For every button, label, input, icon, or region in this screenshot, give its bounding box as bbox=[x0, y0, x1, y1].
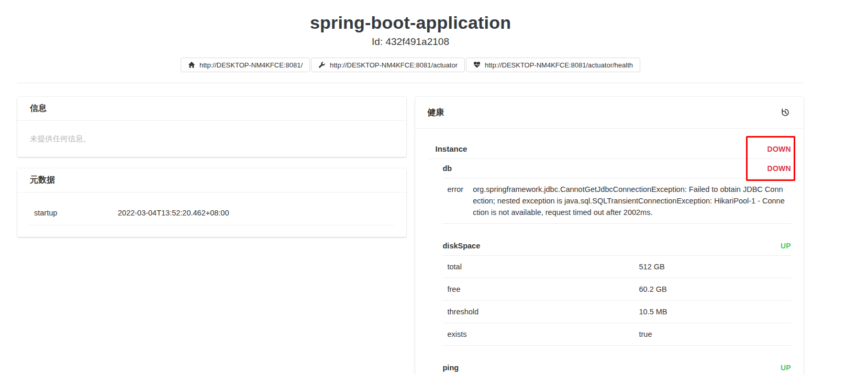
table-row: free 60.2 GB bbox=[443, 278, 792, 301]
service-url-button[interactable]: http://DESKTOP-NM4KFCE:8081/ bbox=[181, 58, 310, 72]
actuator-url-button[interactable]: http://DESKTOP-NM4KFCE:8081/actuator bbox=[311, 58, 465, 72]
ping-label: ping bbox=[443, 363, 459, 372]
health-instance-row: Instance DOWN bbox=[428, 139, 792, 159]
diskspace-threshold-value: 10.5 MB bbox=[635, 301, 791, 323]
db-status-badge: DOWN bbox=[767, 164, 791, 173]
health-card: 健康 Instance DOWN bbox=[415, 97, 804, 375]
left-column: 信息 未提供任何信息。 元数据 startup 2022-03-04 bbox=[17, 97, 406, 237]
diskspace-exists-key: exists bbox=[443, 323, 635, 346]
table-row: exists true bbox=[443, 323, 792, 346]
health-url-button[interactable]: http://DESKTOP-NM4KFCE:8081/actuator/hea… bbox=[466, 58, 640, 72]
instance-id: Id: 432f491a2108 bbox=[17, 36, 804, 48]
metadata-card-title: 元数据 bbox=[30, 175, 55, 186]
ping-status-badge: UP bbox=[781, 363, 791, 372]
health-group-db: db DOWN error org.springframework.jdbc.C… bbox=[443, 159, 792, 224]
health-group-ping: ping UP bbox=[443, 358, 792, 375]
db-error-value: org.springframework.jdbc.CannotGetJdbcCo… bbox=[468, 178, 791, 224]
instance-link-group: http://DESKTOP-NM4KFCE:8081/ http://DESK… bbox=[17, 58, 804, 72]
metadata-table: startup 2022-03-04T13:52:20.462+08:00 bbox=[30, 201, 394, 225]
info-card-header: 信息 bbox=[17, 97, 406, 121]
heartbeat-icon bbox=[473, 61, 481, 69]
health-card-header: 健康 bbox=[415, 97, 804, 129]
db-header-row: db DOWN bbox=[443, 159, 792, 178]
right-column: 健康 Instance DOWN bbox=[415, 97, 804, 375]
home-icon bbox=[188, 61, 195, 69]
diskspace-status-badge: UP bbox=[781, 242, 791, 250]
diskspace-free-key: free bbox=[443, 278, 635, 301]
table-row: total 512 GB bbox=[443, 256, 792, 278]
metadata-value: 2022-03-04T13:52:20.462+08:00 bbox=[114, 201, 394, 225]
ping-header-row: ping UP bbox=[443, 358, 792, 375]
diskspace-detail-table: total 512 GB free 60.2 GB threshold bbox=[443, 256, 792, 346]
db-label: db bbox=[443, 164, 452, 173]
info-card-title: 信息 bbox=[30, 103, 47, 114]
history-icon[interactable] bbox=[780, 107, 791, 118]
info-card: 信息 未提供任何信息。 bbox=[17, 97, 406, 157]
metadata-card: 元数据 startup 2022-03-04T13:52:20.462+08:0… bbox=[17, 168, 406, 237]
instance-status-badge: DOWN bbox=[767, 145, 791, 153]
db-error-key: error bbox=[443, 178, 469, 224]
wrench-icon bbox=[318, 61, 326, 69]
metadata-card-body: startup 2022-03-04T13:52:20.462+08:00 bbox=[17, 192, 406, 237]
metadata-card-header: 元数据 bbox=[17, 168, 406, 192]
diskspace-exists-value: true bbox=[635, 323, 791, 346]
diskspace-label: diskSpace bbox=[443, 242, 481, 250]
diskspace-free-value: 60.2 GB bbox=[635, 278, 791, 301]
health-card-title: 健康 bbox=[428, 107, 444, 118]
header-divider bbox=[17, 83, 804, 83]
diskspace-threshold-key: threshold bbox=[443, 301, 635, 323]
diskspace-total-key: total bbox=[443, 256, 635, 278]
health-url-label: http://DESKTOP-NM4KFCE:8081/actuator/hea… bbox=[485, 61, 633, 69]
diskspace-header-row: diskSpace UP bbox=[443, 236, 792, 256]
table-row: threshold 10.5 MB bbox=[443, 301, 792, 323]
table-row: startup 2022-03-04T13:52:20.462+08:00 bbox=[30, 201, 394, 225]
application-detail-page: spring-boot-application Id: 432f491a2108… bbox=[0, 0, 868, 375]
metadata-key: startup bbox=[30, 201, 114, 225]
diskspace-total-value: 512 GB bbox=[635, 256, 791, 278]
health-card-body: Instance DOWN db DOWN bbox=[415, 129, 804, 375]
info-empty-message: 未提供任何信息。 bbox=[17, 121, 406, 157]
health-group-diskspace: diskSpace UP total 512 GB bbox=[443, 236, 792, 346]
page-header: spring-boot-application Id: 432f491a2108… bbox=[17, 0, 804, 72]
instance-label: Instance bbox=[436, 144, 468, 153]
service-url-label: http://DESKTOP-NM4KFCE:8081/ bbox=[199, 61, 303, 69]
db-detail-table: error org.springframework.jdbc.CannotGet… bbox=[443, 178, 792, 224]
page-title: spring-boot-application bbox=[17, 13, 804, 33]
actuator-url-label: http://DESKTOP-NM4KFCE:8081/actuator bbox=[330, 61, 458, 69]
table-row: error org.springframework.jdbc.CannotGet… bbox=[443, 178, 792, 224]
